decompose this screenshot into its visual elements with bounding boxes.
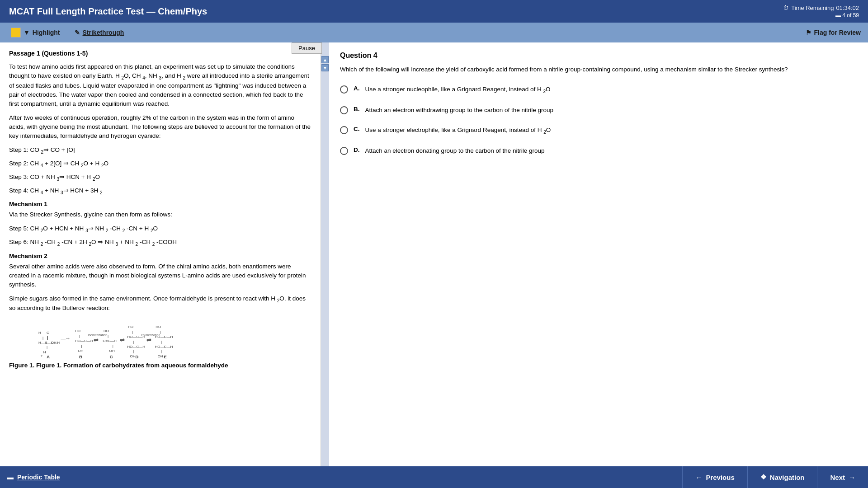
flag-label: Flag for Review bbox=[814, 29, 861, 36]
svg-text:O: O bbox=[47, 331, 49, 335]
question-count-icon: ▬ bbox=[835, 12, 841, 19]
step-3: Step 3: CO + NH 3⇒ HCN + H 2O bbox=[9, 172, 311, 183]
navigation-label: Navigation bbox=[770, 474, 805, 481]
answer-text-d: Attach an electron donating group to the… bbox=[365, 146, 545, 155]
svg-text:|: | bbox=[133, 339, 134, 343]
svg-text:isomerization: isomerization bbox=[88, 333, 107, 337]
mechanism1-title: Mechanism 1 bbox=[9, 201, 311, 207]
next-arrow-icon: → bbox=[849, 474, 855, 481]
header-title: MCAT Full Length Practice Test — Chem/Ph… bbox=[9, 6, 207, 17]
svg-text:H: H bbox=[43, 350, 46, 354]
periodic-table-icon: ▬ bbox=[7, 474, 14, 481]
answer-text-b: Attach an electron withdrawing group to … bbox=[365, 106, 554, 115]
answer-radio-d[interactable] bbox=[340, 147, 348, 155]
answer-label-a: A. bbox=[354, 85, 360, 92]
svg-text:|: | bbox=[81, 343, 82, 347]
answer-text-a: Use a stronger nucleophile, like a Grign… bbox=[365, 85, 551, 95]
next-label: Next bbox=[830, 474, 845, 481]
svg-text:|: | bbox=[133, 349, 134, 353]
svg-text:A: A bbox=[47, 354, 50, 358]
pencil-icon: ✎ bbox=[75, 29, 80, 36]
divider-arrows: ▲ ▼ bbox=[321, 56, 329, 71]
passage-paragraph-2: After two weeks of continuous operation,… bbox=[9, 113, 311, 141]
svg-text:E: E bbox=[164, 354, 167, 358]
svg-text:|: | bbox=[160, 339, 161, 343]
strikethrough-label: Strikethrough bbox=[83, 29, 124, 36]
question-count: ▬ 4 of 59 bbox=[835, 12, 859, 19]
svg-text:⇌: ⇌ bbox=[93, 337, 98, 343]
answer-choice-b[interactable]: B. Attach an electron withdrawing group … bbox=[340, 106, 857, 115]
main-content: Passage 1 (Questions 1-5) To test how am… bbox=[0, 42, 868, 466]
toolbar: ▼ Highlight ✎ Strikethrough ⚑ Flag for R… bbox=[0, 23, 868, 42]
figure-caption-text: Figure 1. Formation of carbohydrates fro… bbox=[36, 362, 228, 369]
navigation-grid-icon: ❖ bbox=[760, 473, 766, 481]
svg-text:O=C—H: O=C—H bbox=[103, 339, 117, 343]
time-row: ⏱ Time Remaining 01:34:02 bbox=[783, 5, 859, 11]
answer-radio-b[interactable] bbox=[340, 106, 348, 114]
figure-area: H | H—C—OH | H + O ‖ H—C—H — → HO | HO—C… bbox=[9, 318, 311, 370]
header-right: ⏱ Time Remaining 01:34:02 ▬ 4 of 59 bbox=[783, 5, 859, 19]
mechanism2-paragraph-2: Simple sugars also formed in the same en… bbox=[9, 294, 311, 313]
svg-text:|: | bbox=[112, 343, 113, 347]
answer-label-b: B. bbox=[354, 106, 360, 113]
svg-text:HO: HO bbox=[156, 324, 161, 328]
answer-label-d: D. bbox=[354, 146, 360, 153]
highlight-arrow: ▼ bbox=[24, 29, 30, 36]
flag-review-button[interactable]: ⚑ Flag for Review bbox=[806, 29, 861, 36]
time-label: Time Remaining bbox=[791, 5, 834, 11]
svg-text:|: | bbox=[160, 349, 161, 353]
divider-up-arrow[interactable]: ▲ bbox=[321, 56, 329, 63]
answer-choice-a[interactable]: A. Use a stronger nucleophile, like a Gr… bbox=[340, 85, 857, 95]
svg-text:⇌: ⇌ bbox=[146, 337, 151, 343]
figure-caption-bold: Figure 1. bbox=[9, 362, 34, 369]
strikethrough-button[interactable]: ✎ Strikethrough bbox=[71, 27, 128, 38]
svg-text:HO: HO bbox=[128, 324, 133, 328]
periodic-table-label[interactable]: Periodic Table bbox=[17, 474, 60, 481]
svg-text:OH: OH bbox=[109, 348, 114, 352]
footer: ▬ Periodic Table ← Previous ❖ Navigation… bbox=[0, 466, 868, 488]
header: MCAT Full Length Practice Test — Chem/Ph… bbox=[0, 0, 868, 23]
answer-radio-c[interactable] bbox=[340, 126, 348, 134]
svg-text:⇌: ⇌ bbox=[120, 337, 125, 343]
svg-text:D: D bbox=[135, 354, 138, 358]
answer-radio-a[interactable] bbox=[340, 85, 348, 94]
svg-text:HO—C—H: HO—C—H bbox=[75, 339, 93, 343]
svg-text:|: | bbox=[132, 330, 133, 334]
mechanism1-intro: Via the Strecker Synthesis, glycine can … bbox=[9, 210, 311, 219]
pause-button[interactable]: Pause bbox=[292, 42, 322, 54]
next-button[interactable]: Next → bbox=[817, 466, 868, 488]
answer-choice-c[interactable]: C. Use a stronger electrophile, like a G… bbox=[340, 126, 857, 136]
navigation-button[interactable]: ❖ Navigation bbox=[747, 466, 817, 488]
svg-text:OH: OH bbox=[78, 348, 83, 352]
svg-text:|: | bbox=[47, 345, 47, 349]
svg-text:C: C bbox=[109, 354, 113, 358]
step-4: Step 4: CH 4 + NH 3⇒ HCN + 3H 2 bbox=[9, 186, 311, 197]
step-5: Step 5: CH 2O + HCN + NH 3⇒ NH 2 -CH 2 -… bbox=[9, 224, 311, 235]
flag-icon: ⚑ bbox=[806, 29, 811, 36]
footer-left: ▬ Periodic Table bbox=[0, 474, 67, 481]
clock-icon: ⏱ bbox=[783, 5, 789, 11]
svg-text:|: | bbox=[42, 335, 43, 339]
mechanism2-paragraph-1: Several other amino acids were also obse… bbox=[9, 262, 311, 290]
question-panel: Question 4 Which of the following will i… bbox=[329, 42, 868, 466]
figure-caption: Figure 1. Figure 1. Formation of carbohy… bbox=[9, 361, 311, 370]
svg-text:|: | bbox=[160, 330, 160, 334]
question-text: Which of the following will increase the… bbox=[340, 65, 857, 74]
svg-text:HO—C—H: HO—C—H bbox=[155, 344, 173, 348]
svg-text:|: | bbox=[79, 334, 80, 338]
question-count-value: 4 of 59 bbox=[842, 12, 859, 19]
highlight-button[interactable]: ▼ Highlight bbox=[7, 26, 64, 39]
divider-down-arrow[interactable]: ▼ bbox=[321, 64, 329, 71]
svg-text:HO—C—H: HO—C—H bbox=[155, 335, 173, 339]
pause-area: Pause bbox=[292, 42, 328, 54]
step-1: Step 1: CO 2⇒ CO + [O] bbox=[9, 145, 311, 156]
svg-text:+: + bbox=[40, 354, 42, 358]
answer-choice-d[interactable]: D. Attach an electron donating group to … bbox=[340, 146, 857, 155]
center-divider: Pause ▲ ▼ bbox=[321, 42, 329, 466]
step-6: Step 6: NH 2 -CH 2 -CN + 2H 2O ⇒ NH 3 + … bbox=[9, 237, 311, 248]
previous-button[interactable]: ← Previous bbox=[682, 466, 747, 488]
answer-text-c: Use a stronger electrophile, like a Grig… bbox=[365, 126, 551, 136]
svg-text:‖: ‖ bbox=[47, 335, 48, 339]
previous-label: Previous bbox=[706, 474, 734, 481]
question-number: Question 4 bbox=[340, 52, 857, 60]
